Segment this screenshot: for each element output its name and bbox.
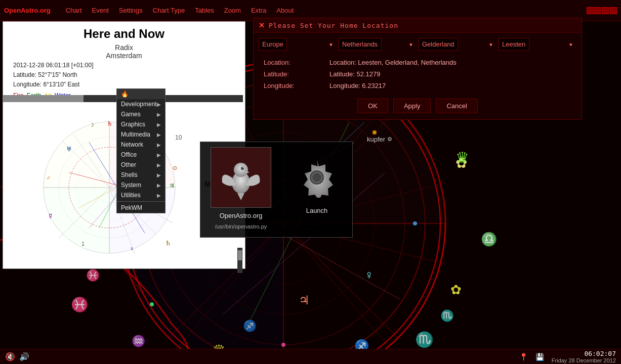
context-item-multimedia[interactable]: Multimedia ▶ <box>117 129 165 140</box>
menu-chart[interactable]: Chart <box>61 5 87 16</box>
context-multimedia-label: Multimedia <box>121 131 150 138</box>
menu-tables[interactable]: Tables <box>190 5 219 16</box>
context-arrow: ▶ <box>157 102 161 107</box>
menu-charttype[interactable]: Chart Type <box>148 5 190 16</box>
svg-text:♏: ♏ <box>440 309 454 323</box>
svg-point-94 <box>242 167 243 168</box>
svg-point-39 <box>281 343 285 347</box>
chart-city: Amsterdam <box>3 52 245 60</box>
cancel-button[interactable]: Cancel <box>436 99 477 113</box>
taskbar-right: 📍 💾 06:02:07 Friday 28 December 2012 <box>519 350 616 363</box>
svg-point-40 <box>150 302 154 306</box>
context-item-development[interactable]: Development ▶ <box>117 99 165 109</box>
svg-text:♓: ♓ <box>71 296 89 313</box>
continent-select[interactable]: Europe <box>259 38 287 51</box>
country-select-wrapper: Netherlands <box>339 38 417 51</box>
taskbar-time: 06:02:07 <box>584 350 616 357</box>
context-office-label: Office <box>121 151 137 158</box>
svg-text:♏: ♏ <box>415 331 434 349</box>
city-select[interactable]: Leesten <box>499 38 529 51</box>
launch-item[interactable]: Launch <box>292 147 342 214</box>
context-arrow-5: ▶ <box>157 142 161 148</box>
context-item-network[interactable]: Network ▶ <box>117 140 165 150</box>
menu-zoom[interactable]: Zoom <box>219 5 246 16</box>
vertical-scroll-thumb[interactable] <box>238 250 242 260</box>
launch-label: Launch <box>306 207 328 214</box>
storage-icon: 💾 <box>535 353 544 361</box>
kupfer-label: kupfer ⚙ <box>367 135 392 143</box>
context-pekwm-label: PekWM <box>121 204 142 211</box>
launch-icon-box <box>292 152 342 203</box>
context-arrow-10: ▶ <box>157 193 161 198</box>
dialog-title: Please Set Your Home Location <box>269 22 398 29</box>
context-item-office[interactable]: Office ▶ <box>117 150 165 160</box>
svg-text:♀: ♀ <box>130 245 134 252</box>
context-graphics-label: Graphics <box>121 121 145 128</box>
kupfer-settings-icon: ⚙ <box>387 136 392 143</box>
location-dialog: ✕ Please Set Your Home Location Europe N… <box>253 18 582 120</box>
context-other-label: Other <box>121 161 136 168</box>
location-icon: 📍 <box>519 353 528 361</box>
chart-datetime: 2012-12-28 06:01:18 [+01:00] <box>13 61 235 70</box>
svg-text:♅: ♅ <box>66 146 72 153</box>
svg-text:♂: ♂ <box>46 174 51 181</box>
svg-text:♃: ♃ <box>169 182 175 189</box>
speaker-icon[interactable]: 🔊 <box>19 352 29 361</box>
region-select[interactable]: Gelderland <box>419 38 458 51</box>
vertical-scrollbar[interactable] <box>237 248 242 273</box>
context-item-shells[interactable]: Shells ▶ <box>117 170 165 180</box>
context-arrow-9: ▶ <box>157 183 161 188</box>
kupfer-text: kupfer <box>367 135 385 143</box>
app-launcher: OpenAstro.org /usr/bin/openastro.py Laun… <box>200 142 353 238</box>
menu-settings[interactable]: Settings <box>114 5 148 16</box>
context-utilities-label: Utilities <box>121 192 141 199</box>
svg-text:♄: ♄ <box>165 240 172 247</box>
svg-text:♓: ♓ <box>86 268 100 282</box>
country-select[interactable]: Netherlands <box>339 38 382 51</box>
continent-select-wrapper: Europe <box>259 38 337 51</box>
svg-text:♀: ♀ <box>364 268 374 282</box>
gear-icon-svg <box>297 157 337 198</box>
svg-text:♒: ♒ <box>132 334 146 348</box>
openastro-icon-svg <box>218 155 264 200</box>
ok-button[interactable]: OK <box>357 99 388 113</box>
svg-point-37 <box>372 130 377 134</box>
menu-about[interactable]: About <box>271 5 299 16</box>
context-item-system[interactable]: System ▶ <box>117 180 165 190</box>
svg-line-15 <box>283 223 400 360</box>
chart-scrollbar-thumb[interactable] <box>3 95 84 102</box>
context-item-pekwm[interactable]: PekWM <box>117 203 165 213</box>
context-item-games[interactable]: Games ▶ <box>117 109 165 119</box>
region-select-wrapper: Gelderland <box>419 38 496 51</box>
chart-title: Here and Now <box>3 27 245 41</box>
speaker-muted-icon[interactable]: 🔇 <box>5 352 15 361</box>
svg-text:⊙: ⊙ <box>173 165 177 171</box>
svg-text:10: 10 <box>175 134 182 141</box>
menu-extra[interactable]: Extra <box>246 5 271 16</box>
app-title: OpenAstro.org <box>4 7 51 14</box>
dialog-info: Location: Location: Leesten, Gelderland,… <box>254 56 582 93</box>
context-arrow-4: ▶ <box>157 132 161 138</box>
svg-text:♛: ♛ <box>456 149 469 166</box>
context-menu: 🔥 Development ▶ Games ▶ Graphics ▶ Multi… <box>116 88 165 213</box>
context-item-graphics[interactable]: Graphics ▶ <box>117 119 165 129</box>
svg-text:☽: ☽ <box>89 122 94 128</box>
svg-text:♄: ♄ <box>107 120 113 127</box>
context-arrow-7: ▶ <box>157 162 161 168</box>
context-development-label: Development <box>121 101 157 108</box>
clock-area: 06:02:07 Friday 28 December 2012 <box>552 350 616 363</box>
context-item-utilities[interactable]: Utilities ▶ <box>117 190 165 200</box>
context-item-fire[interactable]: 🔥 <box>117 89 165 99</box>
location-label: Location: <box>264 59 324 66</box>
context-shells-label: Shells <box>121 171 138 178</box>
apply-button[interactable]: Apply <box>393 99 431 113</box>
dialog-close-button[interactable]: ✕ <box>259 21 265 29</box>
openastro-launcher-item[interactable]: OpenAstro.org /usr/bin/openastro.py <box>211 147 271 230</box>
dialog-buttons: OK Apply Cancel <box>254 93 582 119</box>
openastro-path: /usr/bin/openastro.py <box>215 223 267 230</box>
city-select-wrapper: Leesten <box>499 38 576 51</box>
context-item-other[interactable]: Other ▶ <box>117 160 165 170</box>
svg-text:☿: ☿ <box>49 212 52 219</box>
svg-text:✿: ✿ <box>450 282 462 297</box>
menu-event[interactable]: Event <box>87 5 114 16</box>
